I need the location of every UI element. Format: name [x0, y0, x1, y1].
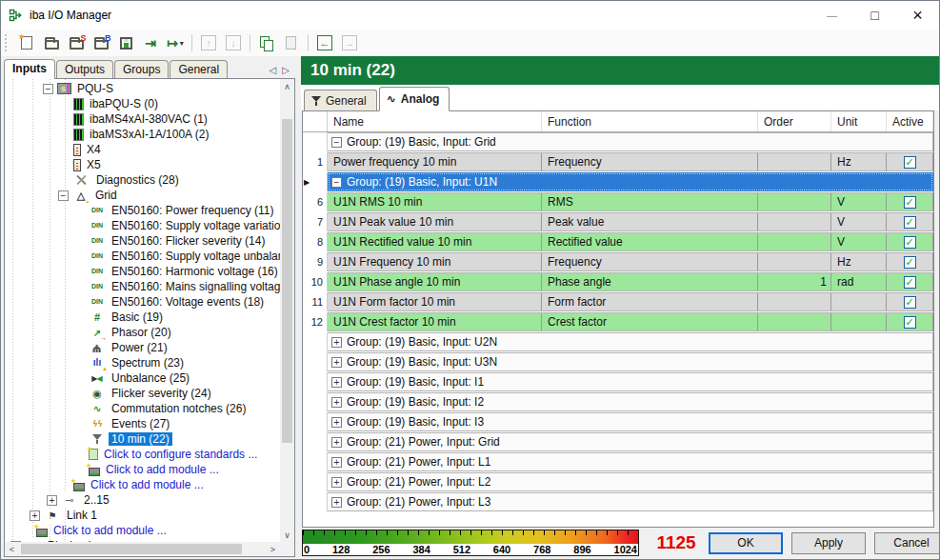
- tree-item[interactable]: Click to add module ...: [5, 523, 280, 538]
- tree-item[interactable]: EN50160: Voltage events (18): [5, 294, 280, 310]
- group-row[interactable]: ▶−Group: (19) Basic, Input: U1N: [303, 172, 933, 191]
- tree-item[interactable]: EN50160: Mains signalling voltage (17): [5, 279, 280, 294]
- group-expand-box[interactable]: +: [331, 377, 342, 388]
- active-checkbox[interactable]: ✓: [904, 196, 916, 209]
- tree-item[interactable]: Events (27): [5, 416, 280, 431]
- tree-item[interactable]: Click to configure standards ...: [5, 447, 280, 462]
- tree-item[interactable]: +2..15: [5, 492, 280, 508]
- group-row[interactable]: +Group: (19) Basic, Input: I1: [303, 372, 933, 391]
- tree-item[interactable]: Commutation notches (26): [5, 401, 280, 416]
- tree-item[interactable]: Unbalance (25): [5, 370, 280, 386]
- active-checkbox[interactable]: ✓: [904, 156, 916, 169]
- tab-groups[interactable]: Groups: [114, 60, 169, 78]
- active-checkbox[interactable]: ✓: [904, 276, 916, 289]
- column-header-unit[interactable]: Unit: [831, 111, 887, 131]
- tree-item[interactable]: 10 min (22): [5, 431, 280, 447]
- tree-item[interactable]: Power (21): [5, 340, 280, 355]
- scroll-right-icon[interactable]: [282, 65, 290, 75]
- tree-item[interactable]: −Grid: [5, 188, 280, 203]
- table-row[interactable]: 8U1N Rectified value 10 minRectified val…: [303, 232, 933, 251]
- tab-general[interactable]: General: [304, 90, 377, 110]
- scroll-right-icon[interactable]: >: [266, 542, 280, 556]
- dropdown-caret-icon[interactable]: ▾: [180, 39, 184, 48]
- table-row[interactable]: 9U1N Frequency 10 minFrequencyHz✓: [303, 252, 933, 271]
- group-collapse-box[interactable]: −: [331, 137, 342, 148]
- group-expand-box[interactable]: +: [331, 337, 342, 348]
- column-header-name[interactable]: Name: [328, 111, 542, 131]
- tab-general[interactable]: General: [170, 60, 228, 78]
- column-header-function[interactable]: Function: [542, 111, 758, 131]
- save-configuration-button[interactable]: [114, 31, 137, 54]
- table-row[interactable]: 1Power frequency 10 minFrequencyHz✓: [303, 152, 933, 171]
- table-row[interactable]: 6U1N RMS 10 minRMSV✓: [303, 192, 933, 211]
- open-backup-config-button[interactable]: [90, 31, 112, 54]
- minimize-button[interactable]: [810, 1, 853, 30]
- group-expand-box[interactable]: +: [331, 397, 342, 408]
- tree-item[interactable]: EN50160: Harmonic voltage (16): [5, 264, 280, 279]
- horizontal-scrollbar[interactable]: < >: [5, 542, 280, 556]
- group-row[interactable]: +Group: (19) Basic, Input: U3N: [303, 352, 933, 371]
- table-row[interactable]: 11U1N Form factor 10 minForm factor✓: [303, 292, 933, 311]
- table-row[interactable]: 10U1N Phase angle 10 minPhase angle1rad✓: [303, 272, 933, 291]
- group-row[interactable]: +Group: (21) Power, Input: L3: [303, 492, 933, 511]
- tree-item[interactable]: EN50160: Supply voltage unbalance (15): [5, 249, 280, 264]
- group-expand-box[interactable]: +: [331, 457, 342, 468]
- navigate-back-button[interactable]: [313, 31, 336, 54]
- group-row[interactable]: +Group: (21) Power, Input: L1: [303, 452, 933, 471]
- vertical-scrollbar[interactable]: ∧ ∨: [280, 79, 294, 542]
- tree-item[interactable]: ibaMS3xAI-1A/100A (2): [5, 127, 280, 142]
- tree-item[interactable]: Click to add module ...: [5, 462, 280, 477]
- tab-inputs[interactable]: Inputs: [4, 59, 55, 79]
- tree-expand-box[interactable]: +: [30, 510, 40, 521]
- tree-item[interactable]: EN50160: Supply voltage variation (12): [5, 218, 280, 233]
- cancel-button[interactable]: Cancel: [874, 532, 940, 554]
- tree-item[interactable]: EN50160: Power frequency (11): [5, 203, 280, 218]
- tree-item[interactable]: X4: [5, 142, 280, 157]
- open-configuration-button[interactable]: [40, 31, 63, 54]
- scroll-left-icon[interactable]: <: [5, 542, 19, 556]
- tree-item[interactable]: Click to add module ...: [5, 477, 280, 492]
- group-expand-box[interactable]: +: [331, 417, 342, 428]
- open-signal-config-button[interactable]: [65, 31, 88, 54]
- tree-item[interactable]: Phasor (20): [5, 325, 280, 340]
- tree-item[interactable]: Flicker severity (24): [5, 386, 280, 401]
- active-checkbox[interactable]: ✓: [904, 296, 916, 309]
- scroll-down-icon[interactable]: ∨: [280, 528, 294, 542]
- group-row[interactable]: +Group: (19) Basic, Input: U2N: [303, 332, 933, 351]
- copy-button[interactable]: [255, 31, 278, 54]
- table-row[interactable]: 7U1N Peak value 10 minPeak valueV✓: [303, 212, 933, 231]
- tree-item[interactable]: X5: [5, 157, 280, 172]
- active-checkbox[interactable]: ✓: [904, 236, 916, 249]
- tree-item[interactable]: −PQU-S: [5, 81, 280, 96]
- export-button[interactable]: ▾: [164, 31, 187, 54]
- tree-item[interactable]: ibaMS4xAI-380VAC (1): [5, 111, 280, 127]
- group-collapse-box[interactable]: −: [331, 177, 342, 188]
- group-expand-box[interactable]: +: [331, 437, 342, 448]
- tree-item[interactable]: Spectrum (23): [5, 355, 280, 370]
- tree-item[interactable]: Diagnostics (28): [5, 172, 280, 188]
- tab-analog[interactable]: Analog: [379, 87, 450, 111]
- group-expand-box[interactable]: +: [331, 357, 342, 368]
- table-row[interactable]: 12U1N Crest factor 10 minCrest factor✓: [303, 312, 933, 331]
- import-button[interactable]: [139, 31, 162, 54]
- tree-collapse-box[interactable]: −: [58, 190, 69, 201]
- group-row[interactable]: +Group: (21) Power, Input: Grid: [303, 432, 933, 451]
- tree-item[interactable]: Basic (19): [5, 310, 280, 325]
- column-header-active[interactable]: Active: [887, 111, 933, 131]
- group-row[interactable]: +Group: (19) Basic, Input: I3: [303, 412, 933, 431]
- scroll-left-icon[interactable]: [270, 65, 277, 75]
- apply-button[interactable]: Apply: [791, 532, 866, 554]
- active-checkbox[interactable]: ✓: [904, 216, 916, 229]
- tree-item[interactable]: ibaPQU-S (0): [5, 96, 280, 111]
- group-expand-box[interactable]: +: [331, 477, 342, 488]
- active-checkbox[interactable]: ✓: [904, 256, 916, 269]
- new-configuration-button[interactable]: [15, 31, 38, 54]
- group-row[interactable]: +Group: (19) Basic, Input: I2: [303, 392, 933, 411]
- active-checkbox[interactable]: ✓: [904, 316, 916, 329]
- scroll-up-icon[interactable]: ∧: [280, 79, 294, 93]
- horizontal-scrollbar-thumb[interactable]: [21, 544, 242, 554]
- column-header-order[interactable]: Order: [758, 111, 831, 131]
- group-row[interactable]: +Group: (21) Power, Input: L2: [303, 472, 933, 491]
- maximize-button[interactable]: [853, 1, 896, 30]
- tree-item[interactable]: EN50160: Flicker severity (14): [5, 233, 280, 249]
